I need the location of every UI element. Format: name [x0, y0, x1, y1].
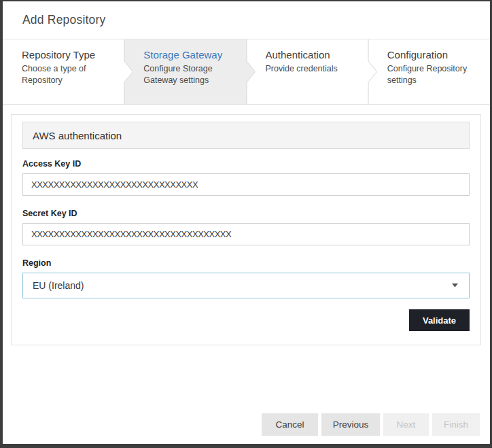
- validate-button[interactable]: Validate: [409, 309, 470, 331]
- region-selected-value: EU (Ireland): [33, 280, 84, 291]
- step-subtitle: Configure Repository settings: [387, 63, 482, 86]
- region-label: Region: [22, 258, 470, 268]
- step-repository-type[interactable]: Repository Type Choose a type of Reposit…: [3, 39, 124, 104]
- step-title: Storage Gateway: [143, 49, 241, 61]
- previous-button[interactable]: Previous: [321, 413, 380, 436]
- step-authentication[interactable]: Authentication Provide credentials: [247, 39, 368, 104]
- step-subtitle: Choose a type of Repository: [22, 63, 117, 86]
- chevron-right-icon: [124, 39, 135, 104]
- step-title: Repository Type: [22, 49, 119, 61]
- chevron-right-icon: [246, 39, 257, 104]
- step-storage-gateway[interactable]: Storage Gateway Configure Storage Gatewa…: [124, 39, 246, 104]
- section-title: AWS authentication: [33, 130, 122, 141]
- chevron-right-icon: [368, 39, 379, 104]
- region-select[interactable]: EU (Ireland): [22, 273, 470, 298]
- step-configuration[interactable]: Configuration Configure Repository setti…: [368, 39, 490, 104]
- form-panel: AWS authentication Access Key ID Secret …: [11, 114, 481, 345]
- secret-key-field[interactable]: [22, 223, 470, 245]
- step-subtitle: Provide credentials: [266, 63, 361, 75]
- section-header: AWS authentication: [22, 122, 470, 149]
- wizard-stepper: Repository Type Choose a type of Reposit…: [3, 39, 490, 105]
- dialog-title-bar: Add Repository: [3, 1, 490, 39]
- page-title: Add Repository: [22, 13, 105, 27]
- dialog-footer: Cancel Previous Next Finish: [262, 413, 480, 436]
- next-button[interactable]: Next: [383, 413, 429, 436]
- access-key-label: Access Key ID: [22, 159, 470, 169]
- access-key-field[interactable]: [22, 173, 470, 196]
- cancel-button[interactable]: Cancel: [262, 413, 318, 436]
- add-repository-dialog: Add Repository Repository Type Choose a …: [0, 0, 492, 448]
- chevron-down-icon: [452, 283, 458, 288]
- validate-row: Validate: [22, 309, 470, 331]
- step-title: Authentication: [266, 49, 363, 61]
- secret-key-label: Secret Key ID: [22, 209, 470, 218]
- step-subtitle: Configure Storage Gateway settings: [143, 63, 239, 86]
- step-title: Configuration: [387, 49, 485, 61]
- finish-button[interactable]: Finish: [432, 413, 480, 436]
